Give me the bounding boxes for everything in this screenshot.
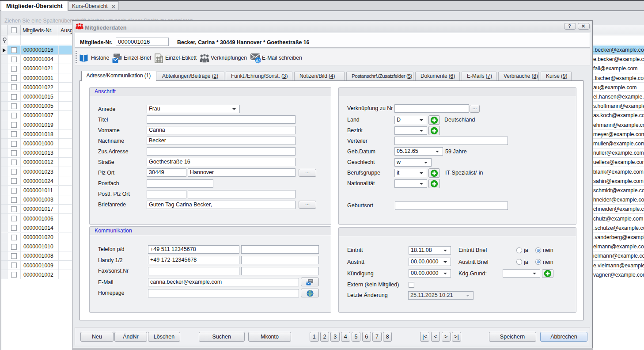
svg-text:@: @ <box>256 58 261 63</box>
